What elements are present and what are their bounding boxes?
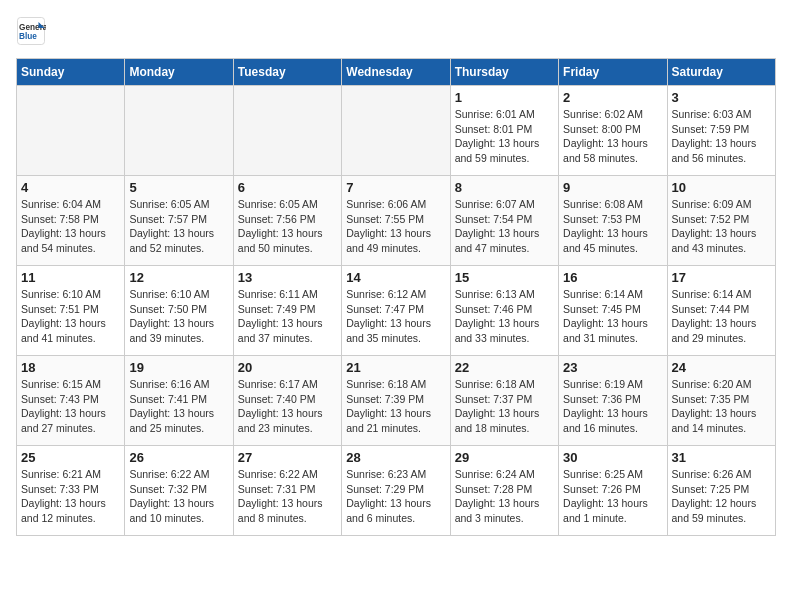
day-info: Sunrise: 6:22 AM Sunset: 7:32 PM Dayligh… bbox=[129, 467, 228, 526]
day-number: 26 bbox=[129, 450, 228, 465]
calendar-cell: 15Sunrise: 6:13 AM Sunset: 7:46 PM Dayli… bbox=[450, 266, 558, 356]
day-info: Sunrise: 6:19 AM Sunset: 7:36 PM Dayligh… bbox=[563, 377, 662, 436]
calendar-cell: 24Sunrise: 6:20 AM Sunset: 7:35 PM Dayli… bbox=[667, 356, 775, 446]
day-number: 14 bbox=[346, 270, 445, 285]
calendar-cell: 29Sunrise: 6:24 AM Sunset: 7:28 PM Dayli… bbox=[450, 446, 558, 536]
calendar-cell: 3Sunrise: 6:03 AM Sunset: 7:59 PM Daylig… bbox=[667, 86, 775, 176]
calendar-cell: 28Sunrise: 6:23 AM Sunset: 7:29 PM Dayli… bbox=[342, 446, 450, 536]
day-number: 28 bbox=[346, 450, 445, 465]
calendar-header-saturday: Saturday bbox=[667, 59, 775, 86]
day-info: Sunrise: 6:18 AM Sunset: 7:39 PM Dayligh… bbox=[346, 377, 445, 436]
calendar-cell: 12Sunrise: 6:10 AM Sunset: 7:50 PM Dayli… bbox=[125, 266, 233, 356]
day-number: 30 bbox=[563, 450, 662, 465]
day-number: 2 bbox=[563, 90, 662, 105]
day-number: 27 bbox=[238, 450, 337, 465]
day-info: Sunrise: 6:23 AM Sunset: 7:29 PM Dayligh… bbox=[346, 467, 445, 526]
day-number: 6 bbox=[238, 180, 337, 195]
page-header: General Blue bbox=[16, 16, 776, 46]
calendar-cell: 14Sunrise: 6:12 AM Sunset: 7:47 PM Dayli… bbox=[342, 266, 450, 356]
day-number: 1 bbox=[455, 90, 554, 105]
day-number: 8 bbox=[455, 180, 554, 195]
day-number: 19 bbox=[129, 360, 228, 375]
day-number: 7 bbox=[346, 180, 445, 195]
calendar-cell: 11Sunrise: 6:10 AM Sunset: 7:51 PM Dayli… bbox=[17, 266, 125, 356]
day-number: 17 bbox=[672, 270, 771, 285]
calendar-cell: 8Sunrise: 6:07 AM Sunset: 7:54 PM Daylig… bbox=[450, 176, 558, 266]
day-info: Sunrise: 6:22 AM Sunset: 7:31 PM Dayligh… bbox=[238, 467, 337, 526]
calendar-header-thursday: Thursday bbox=[450, 59, 558, 86]
day-info: Sunrise: 6:10 AM Sunset: 7:50 PM Dayligh… bbox=[129, 287, 228, 346]
calendar-cell bbox=[233, 86, 341, 176]
calendar-cell: 19Sunrise: 6:16 AM Sunset: 7:41 PM Dayli… bbox=[125, 356, 233, 446]
calendar-cell: 20Sunrise: 6:17 AM Sunset: 7:40 PM Dayli… bbox=[233, 356, 341, 446]
day-info: Sunrise: 6:16 AM Sunset: 7:41 PM Dayligh… bbox=[129, 377, 228, 436]
calendar-cell: 21Sunrise: 6:18 AM Sunset: 7:39 PM Dayli… bbox=[342, 356, 450, 446]
day-info: Sunrise: 6:01 AM Sunset: 8:01 PM Dayligh… bbox=[455, 107, 554, 166]
calendar-cell: 27Sunrise: 6:22 AM Sunset: 7:31 PM Dayli… bbox=[233, 446, 341, 536]
day-info: Sunrise: 6:24 AM Sunset: 7:28 PM Dayligh… bbox=[455, 467, 554, 526]
day-number: 21 bbox=[346, 360, 445, 375]
day-number: 12 bbox=[129, 270, 228, 285]
calendar-cell: 7Sunrise: 6:06 AM Sunset: 7:55 PM Daylig… bbox=[342, 176, 450, 266]
day-number: 25 bbox=[21, 450, 120, 465]
day-info: Sunrise: 6:11 AM Sunset: 7:49 PM Dayligh… bbox=[238, 287, 337, 346]
day-info: Sunrise: 6:06 AM Sunset: 7:55 PM Dayligh… bbox=[346, 197, 445, 256]
day-info: Sunrise: 6:21 AM Sunset: 7:33 PM Dayligh… bbox=[21, 467, 120, 526]
calendar-cell: 30Sunrise: 6:25 AM Sunset: 7:26 PM Dayli… bbox=[559, 446, 667, 536]
calendar-cell bbox=[125, 86, 233, 176]
day-number: 5 bbox=[129, 180, 228, 195]
calendar-cell: 16Sunrise: 6:14 AM Sunset: 7:45 PM Dayli… bbox=[559, 266, 667, 356]
calendar-header-tuesday: Tuesday bbox=[233, 59, 341, 86]
calendar-header-wednesday: Wednesday bbox=[342, 59, 450, 86]
calendar-cell: 23Sunrise: 6:19 AM Sunset: 7:36 PM Dayli… bbox=[559, 356, 667, 446]
day-number: 23 bbox=[563, 360, 662, 375]
calendar-cell: 6Sunrise: 6:05 AM Sunset: 7:56 PM Daylig… bbox=[233, 176, 341, 266]
day-info: Sunrise: 6:14 AM Sunset: 7:45 PM Dayligh… bbox=[563, 287, 662, 346]
day-info: Sunrise: 6:10 AM Sunset: 7:51 PM Dayligh… bbox=[21, 287, 120, 346]
day-number: 16 bbox=[563, 270, 662, 285]
day-number: 18 bbox=[21, 360, 120, 375]
day-info: Sunrise: 6:14 AM Sunset: 7:44 PM Dayligh… bbox=[672, 287, 771, 346]
calendar-week-row: 4Sunrise: 6:04 AM Sunset: 7:58 PM Daylig… bbox=[17, 176, 776, 266]
calendar-cell: 5Sunrise: 6:05 AM Sunset: 7:57 PM Daylig… bbox=[125, 176, 233, 266]
day-number: 13 bbox=[238, 270, 337, 285]
calendar-header-monday: Monday bbox=[125, 59, 233, 86]
day-number: 4 bbox=[21, 180, 120, 195]
calendar-cell: 26Sunrise: 6:22 AM Sunset: 7:32 PM Dayli… bbox=[125, 446, 233, 536]
calendar-cell: 2Sunrise: 6:02 AM Sunset: 8:00 PM Daylig… bbox=[559, 86, 667, 176]
svg-text:Blue: Blue bbox=[19, 32, 37, 41]
day-info: Sunrise: 6:08 AM Sunset: 7:53 PM Dayligh… bbox=[563, 197, 662, 256]
day-number: 20 bbox=[238, 360, 337, 375]
calendar-cell: 4Sunrise: 6:04 AM Sunset: 7:58 PM Daylig… bbox=[17, 176, 125, 266]
day-info: Sunrise: 6:25 AM Sunset: 7:26 PM Dayligh… bbox=[563, 467, 662, 526]
calendar-header-friday: Friday bbox=[559, 59, 667, 86]
calendar-cell: 18Sunrise: 6:15 AM Sunset: 7:43 PM Dayli… bbox=[17, 356, 125, 446]
day-info: Sunrise: 6:02 AM Sunset: 8:00 PM Dayligh… bbox=[563, 107, 662, 166]
day-info: Sunrise: 6:03 AM Sunset: 7:59 PM Dayligh… bbox=[672, 107, 771, 166]
day-number: 10 bbox=[672, 180, 771, 195]
day-info: Sunrise: 6:15 AM Sunset: 7:43 PM Dayligh… bbox=[21, 377, 120, 436]
day-info: Sunrise: 6:09 AM Sunset: 7:52 PM Dayligh… bbox=[672, 197, 771, 256]
calendar-week-row: 18Sunrise: 6:15 AM Sunset: 7:43 PM Dayli… bbox=[17, 356, 776, 446]
calendar-week-row: 25Sunrise: 6:21 AM Sunset: 7:33 PM Dayli… bbox=[17, 446, 776, 536]
day-number: 29 bbox=[455, 450, 554, 465]
day-info: Sunrise: 6:17 AM Sunset: 7:40 PM Dayligh… bbox=[238, 377, 337, 436]
day-info: Sunrise: 6:12 AM Sunset: 7:47 PM Dayligh… bbox=[346, 287, 445, 346]
day-number: 9 bbox=[563, 180, 662, 195]
calendar-header-row: SundayMondayTuesdayWednesdayThursdayFrid… bbox=[17, 59, 776, 86]
day-info: Sunrise: 6:13 AM Sunset: 7:46 PM Dayligh… bbox=[455, 287, 554, 346]
calendar-table: SundayMondayTuesdayWednesdayThursdayFrid… bbox=[16, 58, 776, 536]
calendar-cell: 25Sunrise: 6:21 AM Sunset: 7:33 PM Dayli… bbox=[17, 446, 125, 536]
day-number: 24 bbox=[672, 360, 771, 375]
day-number: 11 bbox=[21, 270, 120, 285]
calendar-week-row: 11Sunrise: 6:10 AM Sunset: 7:51 PM Dayli… bbox=[17, 266, 776, 356]
day-info: Sunrise: 6:07 AM Sunset: 7:54 PM Dayligh… bbox=[455, 197, 554, 256]
calendar-cell bbox=[342, 86, 450, 176]
calendar-cell bbox=[17, 86, 125, 176]
calendar-cell: 17Sunrise: 6:14 AM Sunset: 7:44 PM Dayli… bbox=[667, 266, 775, 356]
calendar-cell: 9Sunrise: 6:08 AM Sunset: 7:53 PM Daylig… bbox=[559, 176, 667, 266]
calendar-cell: 22Sunrise: 6:18 AM Sunset: 7:37 PM Dayli… bbox=[450, 356, 558, 446]
day-number: 22 bbox=[455, 360, 554, 375]
calendar-header-sunday: Sunday bbox=[17, 59, 125, 86]
day-number: 15 bbox=[455, 270, 554, 285]
